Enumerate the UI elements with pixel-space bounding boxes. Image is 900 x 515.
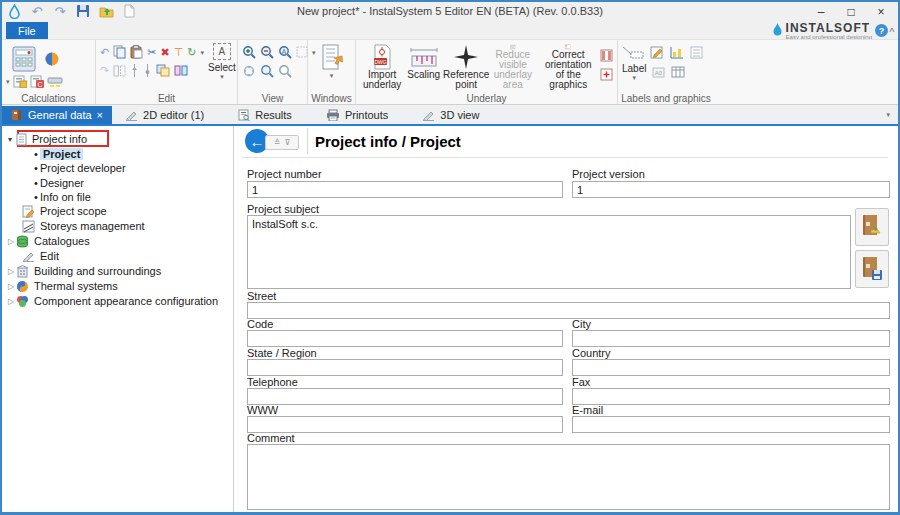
- undo-edit-icon[interactable]: ↶: [100, 47, 109, 58]
- zoom-in-icon[interactable]: [242, 45, 256, 59]
- close-tab-icon[interactable]: ×: [97, 109, 103, 121]
- align-horizontal-icon[interactable]: [143, 64, 152, 77]
- expanded-arrow-icon[interactable]: ▾: [8, 135, 16, 144]
- comment-textarea[interactable]: [247, 444, 890, 510]
- refrigeration-calc-icon[interactable]: [44, 51, 60, 67]
- chart-icon[interactable]: [670, 46, 684, 59]
- tree-item-storeys-management[interactable]: Storeys management: [22, 219, 145, 233]
- tree-item-building-surroundings[interactable]: ▷ Building and surroundings: [8, 264, 161, 278]
- project-version-input[interactable]: [572, 181, 890, 198]
- zoom-selection-icon[interactable]: [278, 64, 292, 78]
- maximize-button[interactable]: □: [836, 2, 866, 21]
- align-vertical-icon[interactable]: [130, 64, 139, 77]
- street-input[interactable]: [247, 302, 890, 319]
- tree-item-designer[interactable]: • Designer: [32, 176, 84, 190]
- nav-updown-button[interactable]: ≙ ⊽: [265, 135, 299, 150]
- tab-file[interactable]: File: [6, 22, 48, 39]
- edit-note-icon[interactable]: [650, 46, 664, 59]
- pan-icon[interactable]: [242, 64, 256, 78]
- project-number-input[interactable]: [247, 181, 563, 198]
- tree-label: Component appearance configuration: [34, 295, 218, 307]
- code-input[interactable]: [247, 330, 563, 347]
- zoom-grid-icon[interactable]: [296, 46, 308, 58]
- fax-input[interactable]: [572, 388, 890, 405]
- collapsed-arrow-icon[interactable]: ▷: [8, 237, 16, 246]
- collapsed-arrow-icon[interactable]: ▷: [8, 267, 16, 276]
- tree-item-component-appearance[interactable]: ▷ Component appearance configuration: [8, 294, 218, 308]
- underlay-add-icon[interactable]: [600, 68, 613, 81]
- tree-item-edit[interactable]: Edit: [22, 249, 59, 263]
- zoom-all-icon[interactable]: A: [278, 45, 292, 59]
- nav-up-icon: ≙: [274, 138, 281, 147]
- bullet-icon: •: [32, 177, 40, 189]
- mirror-icon[interactable]: [113, 65, 126, 77]
- edit-more-dropdown-icon[interactable]: ▾: [200, 49, 204, 56]
- tree-item-project-scope[interactable]: Project scope: [22, 204, 107, 218]
- country-input[interactable]: [572, 359, 890, 376]
- save-address-book-button[interactable]: [855, 250, 889, 288]
- state-region-input[interactable]: [247, 359, 563, 376]
- collapse-ribbon-icon[interactable]: ^: [887, 24, 897, 37]
- doc-tab-printouts[interactable]: Printouts: [317, 106, 397, 124]
- paper-format-icon[interactable]: A0: [652, 67, 665, 78]
- reference-point-button[interactable]: Reference point: [443, 43, 489, 91]
- cut-icon[interactable]: ✂: [147, 47, 156, 58]
- table-icon[interactable]: [671, 66, 685, 78]
- close-button[interactable]: ×: [866, 2, 896, 21]
- doc-tab-3d-view[interactable]: 3D view: [413, 106, 488, 124]
- scaling-button[interactable]: Scaling: [404, 43, 443, 91]
- label-dropdown-icon[interactable]: ▾: [632, 74, 636, 81]
- copy-icon[interactable]: [113, 45, 126, 59]
- project-subject-textarea[interactable]: InstalSoft s.c.: [247, 215, 851, 289]
- underlay-visibility-icon[interactable]: [600, 49, 613, 62]
- document-tab-bar: General data × 2D editor (1) Results Pri…: [2, 106, 898, 124]
- select-button[interactable]: A Select ▾: [208, 43, 236, 80]
- doc-tab-results[interactable]: Results: [229, 106, 301, 124]
- redo-edit-icon[interactable]: ↷: [100, 65, 109, 76]
- tab-list-dropdown-icon[interactable]: ▾: [886, 111, 890, 119]
- calculations-dropdown-icon[interactable]: ▾: [6, 78, 10, 85]
- ungroup-icon[interactable]: [174, 64, 188, 77]
- tree-item-thermal-systems[interactable]: ▷ Thermal systems: [8, 279, 118, 293]
- minimize-button[interactable]: –: [806, 2, 836, 21]
- collapsed-arrow-icon[interactable]: ▷: [8, 297, 16, 306]
- tree-item-catalogues[interactable]: ▷ Catalogues: [8, 234, 90, 248]
- windows-button[interactable]: ▾: [312, 43, 351, 80]
- tree-item-project-info[interactable]: ▾ Project info: [8, 132, 87, 146]
- tree-item-project[interactable]: • Project: [32, 147, 83, 161]
- telephone-input[interactable]: [247, 388, 563, 405]
- refresh-icon[interactable]: ↻: [187, 47, 196, 58]
- city-input[interactable]: [572, 330, 890, 347]
- load-address-book-button[interactable]: [855, 208, 889, 246]
- email-input[interactable]: [572, 416, 890, 433]
- tree-item-project-developer[interactable]: • Project developer: [32, 161, 126, 175]
- correct-orientation-button[interactable]: Correct orientation of the graphics: [536, 43, 600, 91]
- paste-icon[interactable]: [130, 45, 143, 59]
- tree-item-info-on-file[interactable]: • Info on file: [32, 190, 91, 204]
- reduce-visible-underlay-button[interactable]: Reduce visible underlay area: [489, 43, 536, 91]
- zoom-window-icon[interactable]: [260, 64, 274, 78]
- www-input[interactable]: [247, 416, 563, 433]
- delete-icon[interactable]: ✖: [160, 47, 169, 58]
- brand-droplet-icon: [772, 22, 783, 37]
- ribbon-group-edit: ↶ ✂ ✖ ⊤ ↻ ▾ ↷: [96, 40, 238, 104]
- calc-options-icon[interactable]: C: [30, 75, 44, 88]
- radiator-icon[interactable]: [47, 76, 63, 88]
- label-button[interactable]: Label ▾: [622, 63, 646, 81]
- windows-dropdown-icon[interactable]: ▾: [330, 72, 334, 79]
- label-callout-icon[interactable]: [622, 46, 644, 59]
- calc-results-icon[interactable]: [13, 75, 27, 88]
- doc-tab-label: Printouts: [345, 109, 388, 121]
- legend-icon[interactable]: [690, 46, 703, 59]
- tree-label: Info on file: [40, 191, 91, 203]
- doc-tab-2d-editor[interactable]: 2D editor (1): [116, 106, 213, 124]
- group-icon[interactable]: [156, 64, 170, 77]
- merge-icon[interactable]: ⊤: [174, 47, 184, 58]
- select-dropdown-icon[interactable]: ▾: [220, 73, 224, 80]
- general-data-icon: [11, 109, 23, 121]
- import-underlay-button[interactable]: DWG Import underlay: [360, 43, 404, 91]
- doc-tab-general-data[interactable]: General data ×: [2, 106, 112, 124]
- calculator-icon[interactable]: [12, 46, 36, 72]
- zoom-out-icon[interactable]: [260, 45, 274, 59]
- collapsed-arrow-icon[interactable]: ▷: [8, 282, 16, 291]
